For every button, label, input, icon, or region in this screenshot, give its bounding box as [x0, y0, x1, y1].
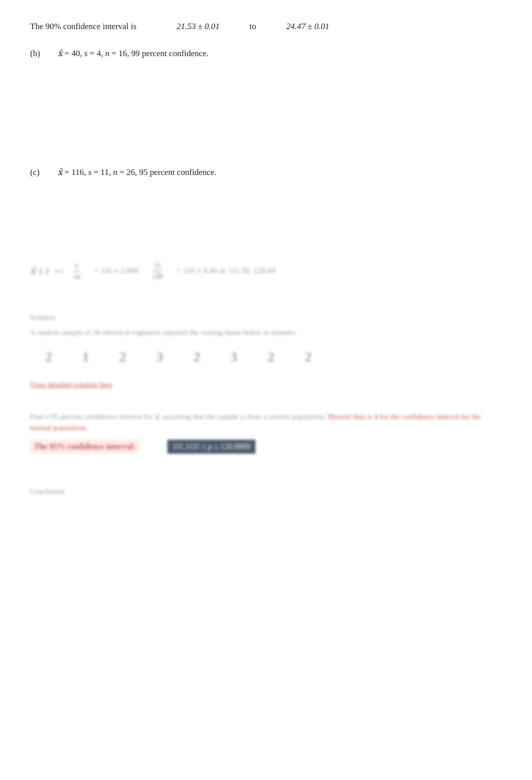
- ci-value2: 24.47 ± 0.01: [287, 20, 330, 33]
- spacer-4: [30, 460, 502, 480]
- num-5: 2: [193, 346, 200, 367]
- ci-answer-line: The 90% confidence interval is 21.53 ± 0…: [30, 20, 502, 33]
- num-7: 2: [268, 346, 275, 367]
- spacer-3: [30, 391, 502, 411]
- problem-b-text: x̄ = 40, s = 4, n = 16, 99 percent confi…: [58, 47, 208, 60]
- num-3: 2: [119, 346, 126, 367]
- formula-equals: = 116 ± 2.060: [94, 265, 138, 277]
- problem-c-row: (c) x̄ = 116, s = 11, n = 26, 95 percent…: [30, 166, 502, 179]
- spacer-1: [30, 185, 502, 245]
- fraction-1: s √n: [72, 260, 82, 282]
- blurred-content: x̄ ± t α/2 s √n = 116 ± 2.060 11 √26 = 1…: [30, 260, 502, 497]
- final-range-spacing: [145, 441, 161, 453]
- formula-result: = 116 ± 4.44 or 111.56, 120.44: [176, 265, 275, 277]
- final-range: 111.1111 ≤ μ ≤ 120.8889: [167, 440, 255, 454]
- ci-value1: 21.53 ± 0.01: [176, 20, 219, 33]
- formula-line: x̄ ± t α/2 s √n = 116 ± 2.060 11 √26 = 1…: [30, 260, 502, 282]
- frac2-num: 11: [153, 260, 162, 271]
- solution-label: Solution: [30, 312, 502, 323]
- problem-b-label: (b): [30, 47, 58, 60]
- num-2: 1: [82, 346, 89, 367]
- description-text: A random sample of 26 electrical enginee…: [30, 327, 502, 338]
- detail-link[interactable]: View detailed solution here: [30, 380, 112, 388]
- num-1: 2: [45, 346, 52, 367]
- page-content: The 90% confidence interval is 21.53 ± 0…: [30, 20, 502, 497]
- frac2-den: √26: [151, 271, 165, 282]
- num-6: 3: [230, 346, 237, 367]
- para-text: Find a 95 percent confidence interval fo…: [30, 411, 502, 434]
- spacer-2: [30, 292, 502, 312]
- final-label: The 95% confidence interval:: [30, 440, 139, 454]
- numbers-row: 2 1 2 3 2 3 2 2: [45, 346, 502, 367]
- final-answer-line: The 95% confidence interval: 111.1111 ≤ …: [30, 440, 502, 454]
- problem-c-label: (c): [30, 166, 58, 179]
- num-4: 3: [156, 346, 163, 367]
- link-container[interactable]: View detailed solution here: [30, 377, 502, 391]
- section-b-spacer: [30, 66, 502, 166]
- frac1-num: s: [74, 260, 79, 271]
- conclusion-text: Conclusion: [30, 486, 502, 497]
- problem-c-text: x̄ = 116, s = 11, n = 26, 95 percent con…: [58, 166, 216, 179]
- formula-xbar: x̄ ± t: [30, 263, 49, 278]
- num-8: 2: [305, 346, 312, 367]
- frac1-den: √n: [72, 271, 82, 282]
- ci-intro-text: The 90% confidence interval is: [30, 20, 136, 33]
- fraction-2: 11 √26: [151, 260, 165, 282]
- problem-b-row: (b) x̄ = 40, s = 4, n = 16, 99 percent c…: [30, 47, 502, 60]
- ci-to-text: to: [249, 20, 256, 33]
